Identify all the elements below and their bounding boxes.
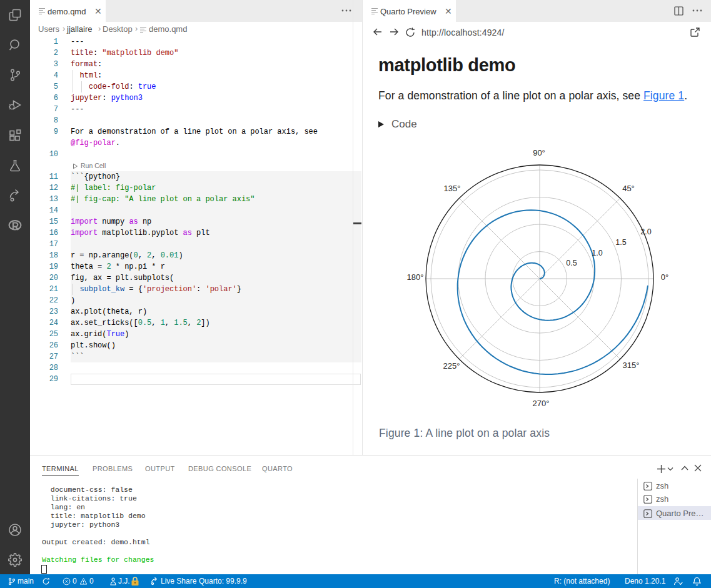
- svg-text:1.5: 1.5: [615, 238, 626, 247]
- svg-text:315°: 315°: [623, 361, 640, 370]
- svg-text:45°: 45°: [622, 184, 635, 193]
- svg-text:270°: 270°: [533, 399, 550, 408]
- svg-text:180°: 180°: [407, 272, 424, 282]
- svg-text:1.0: 1.0: [592, 249, 602, 257]
- svg-text:0°: 0°: [661, 272, 668, 282]
- svg-text:135°: 135°: [444, 184, 461, 193]
- svg-text:225°: 225°: [443, 361, 460, 371]
- svg-text:0.5: 0.5: [566, 259, 577, 267]
- svg-text:90°: 90°: [533, 148, 545, 157]
- svg-text:2.0: 2.0: [640, 227, 651, 236]
